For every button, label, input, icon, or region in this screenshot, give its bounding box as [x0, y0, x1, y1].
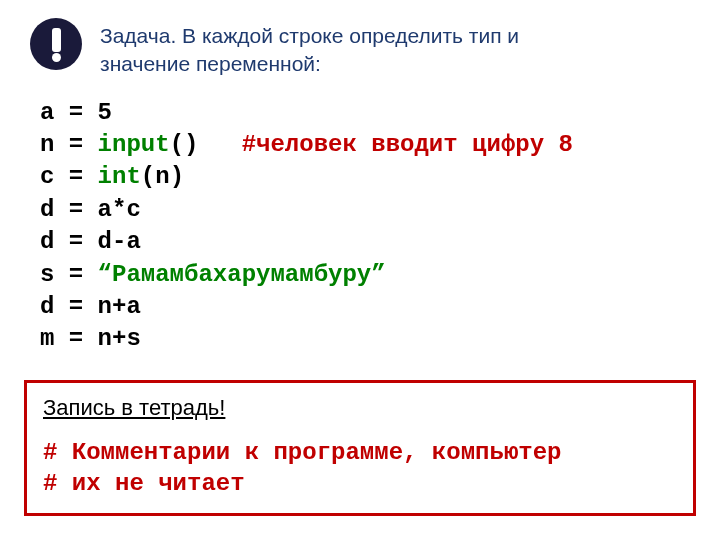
code-text: n =: [40, 131, 98, 158]
code-line-7: d = n+a: [40, 291, 720, 323]
code-line-1: a = 5: [40, 97, 720, 129]
code-block: a = 5 n = input() #человек вводит цифру …: [0, 89, 720, 356]
code-line-3: c = int(n): [40, 161, 720, 193]
code-line-5: d = d-a: [40, 226, 720, 258]
exclamation-icon: [30, 18, 82, 70]
code-line-2: n = input() #человек вводит цифру 8: [40, 129, 720, 161]
code-text: (): [170, 131, 242, 158]
code-text: c =: [40, 163, 98, 190]
code-text: (n): [141, 163, 184, 190]
note-box: Запись в тетрадь! # Комментарии к програ…: [24, 380, 696, 516]
code-string: “Рамамбахарумамбуру”: [98, 261, 386, 288]
code-line-8: m = n+s: [40, 323, 720, 355]
code-comment: #человек вводит цифру 8: [242, 131, 573, 158]
code-text: a =: [40, 99, 98, 126]
note-line: # Комментарии к программе, компьютер: [43, 439, 561, 466]
code-text: s =: [40, 261, 98, 288]
code-line-4: d = a*c: [40, 194, 720, 226]
code-keyword: int: [98, 163, 141, 190]
code-keyword: input: [98, 131, 170, 158]
code-text: 5: [98, 99, 112, 126]
code-line-6: s = “Рамамбахарумамбуру”: [40, 259, 720, 291]
note-line: # их не читает: [43, 470, 245, 497]
note-code: # Комментарии к программе, компьютер # и…: [43, 437, 677, 499]
note-title: Запись в тетрадь!: [43, 395, 677, 421]
task-title: Задача. В каждой строке определить тип и…: [100, 18, 580, 79]
